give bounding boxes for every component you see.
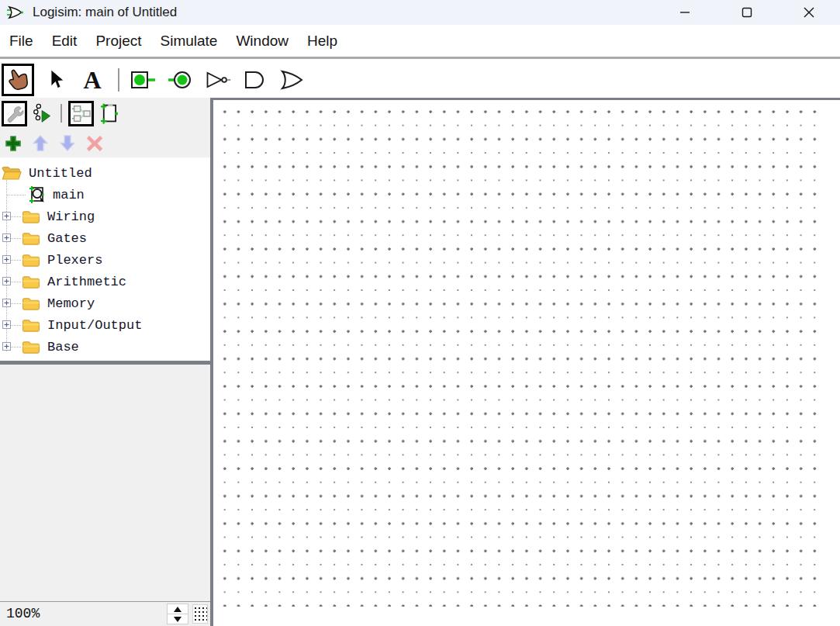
edit-select-tool-button[interactable] xyxy=(39,64,71,96)
zoom-level-value: 100% xyxy=(6,606,40,621)
circuit-main-icon xyxy=(29,185,46,204)
canvas-dot-grid[interactable] xyxy=(213,100,817,607)
expand-plus-icon[interactable] xyxy=(2,299,11,307)
tree-connector xyxy=(7,195,26,195)
titlebar[interactable]: Logisim: main of Untitled xyxy=(0,0,840,25)
maximize-icon xyxy=(741,7,752,18)
or-gate-tool-button[interactable] xyxy=(276,64,309,96)
tree-item-label: Untitled xyxy=(29,166,92,181)
tree-item-base[interactable]: Base xyxy=(0,336,210,358)
or-gate-icon xyxy=(279,67,306,92)
toolbar-divider xyxy=(118,68,119,92)
grid-toggle-button[interactable] xyxy=(192,604,208,624)
spinner-down-icon xyxy=(174,617,181,622)
window-title: Logisim: main of Untitled xyxy=(33,5,177,20)
tree-item-plexers[interactable]: Plexers xyxy=(0,249,210,271)
menu-simulate[interactable]: Simulate xyxy=(151,33,227,50)
and-gate-icon xyxy=(242,67,268,92)
tree-item-label: Gates xyxy=(47,231,87,246)
expand-plus-icon[interactable] xyxy=(2,320,11,329)
explorer-tree: Untitled main xyxy=(0,157,210,361)
expand-plus-icon[interactable] xyxy=(2,342,11,351)
layout-editor-view-button[interactable] xyxy=(68,101,94,126)
window-controls xyxy=(654,0,840,25)
tree-item-main[interactable]: main xyxy=(0,184,210,206)
left-panel: Untitled main xyxy=(0,98,210,626)
move-circuit-down-button[interactable] xyxy=(58,134,77,153)
not-gate-tool-button[interactable] xyxy=(202,64,234,96)
tree-item-label: main xyxy=(53,188,85,202)
zoom-status-bar: 100% xyxy=(0,601,210,626)
input-pin-icon xyxy=(130,67,157,92)
spinner-up-icon xyxy=(174,607,181,612)
up-arrow-icon xyxy=(32,134,49,152)
menu-edit[interactable]: Edit xyxy=(43,33,87,50)
menu-file[interactable]: File xyxy=(0,33,43,50)
remove-circuit-button[interactable] xyxy=(85,134,104,153)
tree-item-label: Memory xyxy=(47,296,95,311)
add-plus-icon xyxy=(5,135,22,152)
zoom-decrease-button[interactable] xyxy=(167,614,188,624)
not-gate-icon xyxy=(204,67,232,92)
logisim-window: Logisim: main of Untitled File E xyxy=(0,0,840,626)
tree-item-arithmetic[interactable]: Arithmetic xyxy=(0,271,210,292)
project-toolbar-divider xyxy=(60,104,62,123)
tree-item-label: Input/Output xyxy=(47,318,142,333)
close-button[interactable] xyxy=(778,0,840,25)
text-tool-icon: A xyxy=(83,67,101,92)
toolbox-view-button[interactable] xyxy=(2,101,27,126)
text-tool-button[interactable]: A xyxy=(76,64,109,96)
select-arrow-icon xyxy=(43,68,67,92)
menubar: File Edit Project Simulate Window Help xyxy=(0,25,840,59)
closed-folder-icon xyxy=(22,275,40,289)
close-icon xyxy=(804,7,814,18)
move-circuit-up-button[interactable] xyxy=(31,134,50,153)
poke-tool-button[interactable] xyxy=(2,64,34,96)
closed-folder-icon xyxy=(22,253,40,268)
expand-plus-icon[interactable] xyxy=(2,233,11,242)
open-folder-icon xyxy=(2,165,22,181)
circuit-canvas[interactable] xyxy=(210,98,840,626)
simulation-tree-icon xyxy=(33,103,53,123)
minimize-icon xyxy=(679,7,690,18)
tree-item-label: Wiring xyxy=(47,209,95,224)
tree-item-wiring[interactable]: Wiring xyxy=(0,206,210,227)
output-pin-tool-button[interactable] xyxy=(164,64,197,96)
attribute-pane xyxy=(0,365,210,601)
input-pin-tool-button[interactable] xyxy=(127,64,160,96)
menu-help[interactable]: Help xyxy=(298,33,347,50)
layout-schematic-icon xyxy=(71,104,91,123)
add-circuit-button[interactable] xyxy=(4,134,22,153)
tree-item-gates[interactable]: Gates xyxy=(0,227,210,249)
simulation-hierarchy-view-button[interactable] xyxy=(29,101,55,126)
remove-x-icon xyxy=(86,135,103,152)
closed-folder-icon xyxy=(22,340,40,355)
wrench-icon xyxy=(5,104,24,123)
project-toolbar xyxy=(0,98,210,129)
tree-item-label: Plexers xyxy=(47,253,102,268)
tree-item-label: Arithmetic xyxy=(47,275,126,289)
zoom-spinner xyxy=(167,604,188,624)
tree-item-input-output[interactable]: Input/Output xyxy=(0,314,210,336)
output-pin-icon xyxy=(167,67,195,92)
closed-folder-icon xyxy=(22,318,40,333)
expand-plus-icon[interactable] xyxy=(2,277,11,285)
menu-window[interactable]: Window xyxy=(226,33,298,50)
app-logo-or-gate-icon xyxy=(6,5,25,20)
expand-plus-icon[interactable] xyxy=(2,212,11,220)
explorer-toolbar xyxy=(0,129,210,157)
menu-project[interactable]: Project xyxy=(86,33,150,50)
zoom-increase-button[interactable] xyxy=(167,604,188,614)
down-arrow-icon xyxy=(59,134,76,152)
expand-plus-icon[interactable] xyxy=(2,255,11,264)
and-gate-tool-button[interactable] xyxy=(239,64,271,96)
maximize-button[interactable] xyxy=(716,0,778,25)
tree-item-untitled[interactable]: Untitled xyxy=(0,162,210,184)
appearance-editor-view-button[interactable] xyxy=(96,101,122,126)
minimize-button[interactable] xyxy=(654,0,716,25)
appearance-sheet-icon xyxy=(99,103,119,124)
closed-folder-icon xyxy=(22,296,40,311)
tree-item-memory[interactable]: Memory xyxy=(0,292,210,314)
poke-hand-icon xyxy=(5,67,30,92)
closed-folder-icon xyxy=(22,209,40,224)
